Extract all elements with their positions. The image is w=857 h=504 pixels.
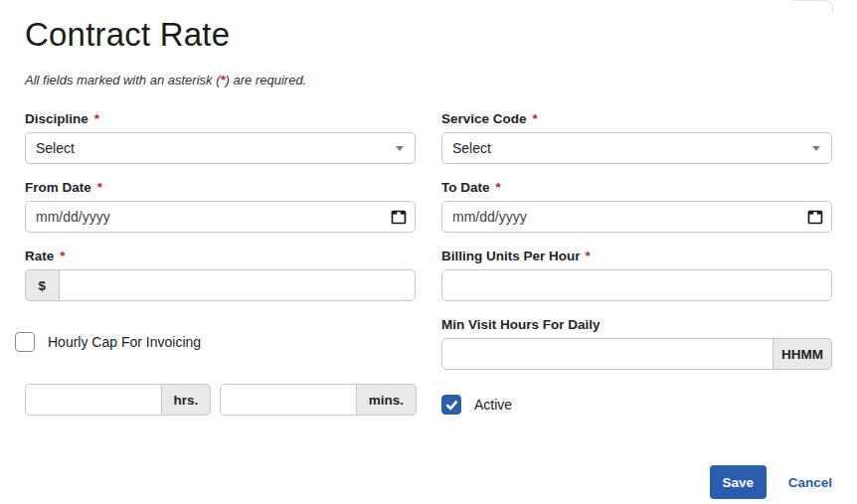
cap-minutes-input[interactable]	[220, 384, 357, 416]
from-date-field: From Date*	[25, 181, 416, 233]
min-visit-hours-label: Min Visit Hours For Daily	[441, 318, 832, 332]
chevron-down-icon	[812, 146, 820, 151]
billing-units-label: Billing Units Per Hour*	[441, 250, 832, 263]
required-asterisk: *	[586, 249, 591, 263]
required-fields-note: All fields marked with an asterisk (*) a…	[25, 73, 832, 87]
check-icon	[445, 399, 458, 412]
panel-corner-border	[793, 0, 833, 12]
cancel-link[interactable]: Cancel	[788, 475, 832, 490]
hhmm-suffix: HHMM	[773, 338, 832, 370]
active-row: Active	[441, 395, 832, 415]
to-date-input[interactable]	[441, 201, 832, 233]
active-checkbox[interactable]	[441, 395, 461, 415]
contract-rate-form: Contract Rate All fields marked with an …	[0, 0, 857, 416]
cap-hours-input[interactable]	[25, 384, 162, 416]
discipline-select[interactable]: Select	[25, 132, 416, 164]
required-asterisk: *	[60, 249, 65, 263]
save-button[interactable]: Save	[710, 465, 767, 499]
required-asterisk: *	[97, 180, 102, 195]
to-date-field: To Date*	[441, 181, 832, 233]
hourly-cap-checkbox[interactable]	[15, 332, 35, 352]
required-asterisk: *	[94, 111, 99, 126]
billing-units-field: Billing Units Per Hour*	[441, 250, 832, 301]
form-actions: Save Cancel	[0, 465, 857, 499]
active-label: Active	[474, 397, 512, 413]
service-code-selected-value: Select	[442, 140, 501, 156]
discipline-label: Discipline*	[25, 112, 416, 126]
service-code-label: Service Code*	[441, 112, 832, 126]
cap-duration-row: hrs. mins.	[25, 384, 416, 416]
form-left-column: Discipline* Select From Date*	[25, 112, 416, 416]
from-date-label: From Date*	[25, 181, 416, 195]
minutes-suffix: mins.	[357, 384, 417, 416]
form-right-column: Service Code* Select To Date*	[441, 112, 832, 416]
page-title: Contract Rate	[25, 16, 832, 54]
calendar-icon[interactable]	[391, 209, 407, 225]
required-asterisk: *	[496, 180, 501, 195]
rate-label: Rate*	[25, 250, 416, 263]
from-date-input[interactable]	[25, 201, 416, 233]
to-date-label: To Date*	[441, 181, 832, 195]
rate-input[interactable]	[59, 269, 416, 301]
service-code-field: Service Code* Select	[441, 112, 832, 164]
discipline-field: Discipline* Select	[25, 112, 416, 164]
required-asterisk: *	[533, 111, 538, 126]
discipline-selected-value: Select	[26, 140, 85, 156]
service-code-select[interactable]: Select	[441, 132, 832, 164]
min-visit-hours-input[interactable]	[441, 338, 773, 370]
billing-units-input[interactable]	[441, 269, 832, 301]
note-suffix: ) are required.	[226, 73, 307, 87]
note-prefix: All fields marked with an asterisk (	[25, 73, 221, 87]
hourly-cap-label: Hourly Cap For Invoicing	[48, 334, 201, 350]
dollar-prefix: $	[25, 269, 59, 301]
hours-suffix: hrs.	[162, 384, 211, 416]
hourly-cap-row: Hourly Cap For Invoicing	[15, 332, 416, 352]
rate-field: Rate* $	[25, 250, 416, 301]
calendar-icon[interactable]	[807, 209, 823, 225]
min-visit-hours-field: Min Visit Hours For Daily HHMM	[441, 318, 832, 370]
chevron-down-icon	[396, 146, 404, 151]
